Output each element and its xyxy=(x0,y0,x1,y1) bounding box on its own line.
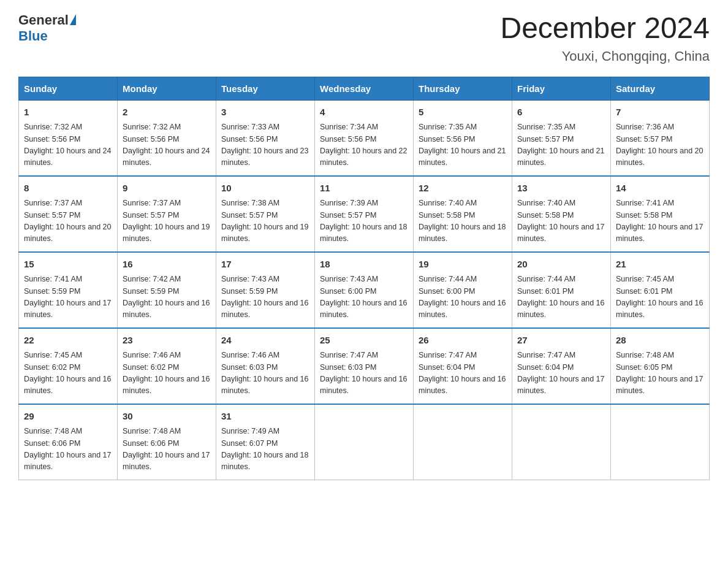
logo: General Blue xyxy=(18,12,76,44)
day-number: 21 xyxy=(616,258,704,272)
day-info: Sunrise: 7:46 AMSunset: 6:02 PMDaylight:… xyxy=(123,350,211,397)
day-number: 7 xyxy=(616,105,704,120)
day-number: 23 xyxy=(123,334,211,348)
header-thursday: Thursday xyxy=(414,77,512,100)
day-number: 1 xyxy=(24,105,112,120)
day-info: Sunrise: 7:48 AMSunset: 6:05 PMDaylight:… xyxy=(616,350,704,397)
calendar-day-cell: 20Sunrise: 7:44 AMSunset: 6:01 PMDayligh… xyxy=(512,252,611,328)
day-info: Sunrise: 7:45 AMSunset: 6:01 PMDaylight:… xyxy=(616,274,704,321)
calendar-week-row: 29Sunrise: 7:48 AMSunset: 6:06 PMDayligh… xyxy=(19,404,710,480)
calendar-day-cell: 11Sunrise: 7:39 AMSunset: 5:57 PMDayligh… xyxy=(315,176,414,252)
day-info: Sunrise: 7:47 AMSunset: 6:04 PMDaylight:… xyxy=(517,350,605,397)
calendar-day-cell: 26Sunrise: 7:47 AMSunset: 6:04 PMDayligh… xyxy=(414,328,512,404)
day-number: 14 xyxy=(616,182,704,196)
day-info: Sunrise: 7:41 AMSunset: 5:58 PMDaylight:… xyxy=(616,197,704,245)
day-number: 22 xyxy=(24,334,112,348)
calendar-day-cell xyxy=(315,404,414,480)
day-number: 28 xyxy=(616,334,704,348)
day-info: Sunrise: 7:49 AMSunset: 6:07 PMDaylight:… xyxy=(221,426,309,473)
calendar-day-cell xyxy=(414,404,512,480)
calendar-day-cell: 14Sunrise: 7:41 AMSunset: 5:58 PMDayligh… xyxy=(611,176,710,252)
title-section: December 2024 Youxi, Chongqing, China xyxy=(500,12,710,64)
calendar-day-cell: 7Sunrise: 7:36 AMSunset: 5:57 PMDaylight… xyxy=(611,100,710,176)
day-info: Sunrise: 7:40 AMSunset: 5:58 PMDaylight:… xyxy=(419,197,507,245)
day-info: Sunrise: 7:48 AMSunset: 6:06 PMDaylight:… xyxy=(24,426,112,473)
calendar-day-cell xyxy=(512,404,611,480)
day-number: 30 xyxy=(123,410,211,424)
calendar-day-cell xyxy=(611,404,710,480)
day-info: Sunrise: 7:34 AMSunset: 5:56 PMDaylight:… xyxy=(320,121,408,169)
day-info: Sunrise: 7:33 AMSunset: 5:56 PMDaylight:… xyxy=(221,121,309,169)
calendar-day-cell: 5Sunrise: 7:35 AMSunset: 5:56 PMDaylight… xyxy=(414,100,512,176)
calendar-day-cell: 1Sunrise: 7:32 AMSunset: 5:56 PMDaylight… xyxy=(19,100,118,176)
calendar-day-cell: 10Sunrise: 7:38 AMSunset: 5:57 PMDayligh… xyxy=(216,176,315,252)
calendar-day-cell: 13Sunrise: 7:40 AMSunset: 5:58 PMDayligh… xyxy=(512,176,611,252)
calendar-day-cell: 16Sunrise: 7:42 AMSunset: 5:59 PMDayligh… xyxy=(118,252,216,328)
calendar-table: SundayMondayTuesdayWednesdayThursdayFrid… xyxy=(18,77,710,480)
day-info: Sunrise: 7:43 AMSunset: 6:00 PMDaylight:… xyxy=(320,274,408,321)
day-number: 19 xyxy=(419,258,507,272)
day-info: Sunrise: 7:46 AMSunset: 6:03 PMDaylight:… xyxy=(221,350,309,397)
day-number: 29 xyxy=(24,410,112,424)
day-info: Sunrise: 7:44 AMSunset: 6:01 PMDaylight:… xyxy=(517,274,605,321)
day-number: 31 xyxy=(221,410,309,424)
day-number: 16 xyxy=(123,258,211,272)
day-number: 2 xyxy=(123,105,211,120)
logo-general-text: General xyxy=(18,12,69,28)
calendar-day-cell: 4Sunrise: 7:34 AMSunset: 5:56 PMDaylight… xyxy=(315,100,414,176)
calendar-day-cell: 8Sunrise: 7:37 AMSunset: 5:57 PMDaylight… xyxy=(19,176,118,252)
day-number: 15 xyxy=(24,258,112,272)
calendar-week-row: 15Sunrise: 7:41 AMSunset: 5:59 PMDayligh… xyxy=(19,252,710,328)
calendar-day-cell: 18Sunrise: 7:43 AMSunset: 6:00 PMDayligh… xyxy=(315,252,414,328)
day-number: 26 xyxy=(419,334,507,348)
header-tuesday: Tuesday xyxy=(216,77,315,100)
day-number: 11 xyxy=(320,182,408,196)
header-monday: Monday xyxy=(118,77,216,100)
day-number: 12 xyxy=(419,182,507,196)
calendar-week-row: 8Sunrise: 7:37 AMSunset: 5:57 PMDaylight… xyxy=(19,176,710,252)
day-number: 27 xyxy=(517,334,605,348)
calendar-day-cell: 15Sunrise: 7:41 AMSunset: 5:59 PMDayligh… xyxy=(19,252,118,328)
day-info: Sunrise: 7:44 AMSunset: 6:00 PMDaylight:… xyxy=(419,274,507,321)
calendar-day-cell: 12Sunrise: 7:40 AMSunset: 5:58 PMDayligh… xyxy=(414,176,512,252)
day-number: 20 xyxy=(517,258,605,272)
calendar-header-row: SundayMondayTuesdayWednesdayThursdayFrid… xyxy=(19,77,710,100)
calendar-day-cell: 2Sunrise: 7:32 AMSunset: 5:56 PMDaylight… xyxy=(118,100,216,176)
logo-blue-text: Blue xyxy=(18,28,48,44)
location-subtitle: Youxi, Chongqing, China xyxy=(500,48,710,64)
day-info: Sunrise: 7:37 AMSunset: 5:57 PMDaylight:… xyxy=(24,197,112,245)
calendar-day-cell: 30Sunrise: 7:48 AMSunset: 6:06 PMDayligh… xyxy=(118,404,216,480)
day-number: 3 xyxy=(221,105,309,120)
day-info: Sunrise: 7:35 AMSunset: 5:57 PMDaylight:… xyxy=(517,121,605,169)
day-info: Sunrise: 7:36 AMSunset: 5:57 PMDaylight:… xyxy=(616,121,704,169)
calendar-day-cell: 24Sunrise: 7:46 AMSunset: 6:03 PMDayligh… xyxy=(216,328,315,404)
logo-triangle-icon xyxy=(70,14,76,25)
day-info: Sunrise: 7:39 AMSunset: 5:57 PMDaylight:… xyxy=(320,197,408,245)
calendar-day-cell: 21Sunrise: 7:45 AMSunset: 6:01 PMDayligh… xyxy=(611,252,710,328)
month-title: December 2024 xyxy=(500,12,710,45)
calendar-day-cell: 22Sunrise: 7:45 AMSunset: 6:02 PMDayligh… xyxy=(19,328,118,404)
day-number: 6 xyxy=(517,105,605,120)
calendar-week-row: 22Sunrise: 7:45 AMSunset: 6:02 PMDayligh… xyxy=(19,328,710,404)
day-number: 9 xyxy=(123,182,211,196)
day-info: Sunrise: 7:40 AMSunset: 5:58 PMDaylight:… xyxy=(517,197,605,245)
calendar-day-cell: 29Sunrise: 7:48 AMSunset: 6:06 PMDayligh… xyxy=(19,404,118,480)
calendar-day-cell: 31Sunrise: 7:49 AMSunset: 6:07 PMDayligh… xyxy=(216,404,315,480)
day-number: 5 xyxy=(419,105,507,120)
calendar-day-cell: 25Sunrise: 7:47 AMSunset: 6:03 PMDayligh… xyxy=(315,328,414,404)
header-saturday: Saturday xyxy=(611,77,710,100)
day-info: Sunrise: 7:43 AMSunset: 5:59 PMDaylight:… xyxy=(221,274,309,321)
day-number: 17 xyxy=(221,258,309,272)
calendar-day-cell: 27Sunrise: 7:47 AMSunset: 6:04 PMDayligh… xyxy=(512,328,611,404)
day-info: Sunrise: 7:35 AMSunset: 5:56 PMDaylight:… xyxy=(419,121,507,169)
header-friday: Friday xyxy=(512,77,611,100)
day-info: Sunrise: 7:48 AMSunset: 6:06 PMDaylight:… xyxy=(123,426,211,473)
calendar-day-cell: 6Sunrise: 7:35 AMSunset: 5:57 PMDaylight… xyxy=(512,100,611,176)
day-info: Sunrise: 7:32 AMSunset: 5:56 PMDaylight:… xyxy=(123,121,211,169)
header-wednesday: Wednesday xyxy=(315,77,414,100)
calendar-day-cell: 23Sunrise: 7:46 AMSunset: 6:02 PMDayligh… xyxy=(118,328,216,404)
header-sunday: Sunday xyxy=(19,77,118,100)
day-info: Sunrise: 7:42 AMSunset: 5:59 PMDaylight:… xyxy=(123,274,211,321)
calendar-day-cell: 19Sunrise: 7:44 AMSunset: 6:00 PMDayligh… xyxy=(414,252,512,328)
day-info: Sunrise: 7:37 AMSunset: 5:57 PMDaylight:… xyxy=(123,197,211,245)
